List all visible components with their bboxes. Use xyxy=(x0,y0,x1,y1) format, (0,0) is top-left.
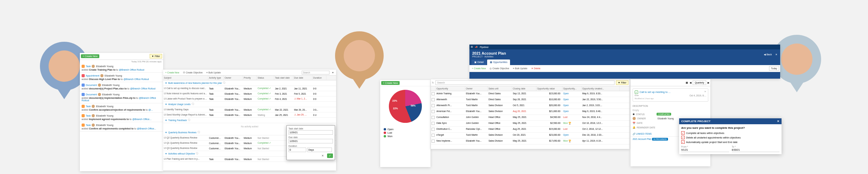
cancel-button[interactable]: ✕ xyxy=(320,153,326,158)
filter-button[interactable]: ▼Filter xyxy=(150,54,162,58)
checkbox[interactable] xyxy=(432,116,435,119)
col-opp-value[interactable]: Opportunity value xyxy=(536,86,562,91)
col-task-start[interactable]: Task start date xyxy=(274,76,293,80)
avatar-icon xyxy=(92,105,95,108)
table-row[interactable]: Distribution C...Radoslav Cipl...Head Of… xyxy=(431,127,629,133)
avatar-icon xyxy=(98,84,101,87)
task-icon xyxy=(82,124,85,127)
create-new-button[interactable]: + Create New xyxy=(470,66,487,70)
avatar xyxy=(335,31,384,80)
feed-item[interactable]: AppointmentElizabeth Young added Discuss… xyxy=(80,73,163,82)
col-activity-type[interactable]: Activity type xyxy=(208,76,224,80)
task-icon xyxy=(82,114,85,117)
checkbox[interactable] xyxy=(432,98,435,101)
today-button[interactable]: Today xyxy=(769,66,779,71)
feed-item[interactable]: TaskElizabeth Young added Confirm accept… xyxy=(80,103,163,113)
back-button[interactable]: ◀ Back xyxy=(764,53,772,56)
to-date-input[interactable]: 8/30/21 xyxy=(732,148,780,152)
close-icon[interactable]: ✕ xyxy=(777,120,779,123)
activity-card[interactable]: ⚑ ✓ Call to set up meeting to ... Due: O… xyxy=(633,88,708,102)
pie-chart: 22% 22% 56% xyxy=(389,90,422,123)
refresh-icon[interactable]: ↻ xyxy=(432,81,434,84)
col-due-date[interactable]: Due date xyxy=(293,76,312,80)
col-priority[interactable]: Priority xyxy=(243,76,257,80)
dialog-option[interactable]: ✓Automatically update project Start and … xyxy=(681,140,779,144)
table-row[interactable]: Altenwerth Pr...Todd MartinSales Divisio… xyxy=(431,103,629,109)
section-header[interactable]: ▼Training Feedback ⓘ xyxy=(163,118,336,123)
document-icon xyxy=(82,84,85,87)
ok-button[interactable]: ✓ xyxy=(327,153,333,158)
nav-prev-icon[interactable]: ◀ xyxy=(690,81,691,84)
feed-item[interactable]: DocumentElizabeth Young added document(s… xyxy=(80,82,163,92)
create-new-button[interactable]: +Create New xyxy=(381,81,400,85)
feed-item[interactable]: DocumentElizabeth Young added document(s… xyxy=(80,92,163,103)
checkbox[interactable] xyxy=(432,140,435,143)
checkbox[interactable] xyxy=(432,104,435,107)
duration-unit[interactable]: Days xyxy=(307,148,332,152)
table-row[interactable]: ☑ Call to set up meeting to discuss road… xyxy=(163,86,336,91)
breadcrumb: PROJECT · Activities xyxy=(472,55,506,58)
search-input[interactable]: Search xyxy=(302,71,329,74)
dialog-option[interactable]: ✓Delete all unstarted appointments withi… xyxy=(681,136,779,139)
create-objective-button[interactable]: ◎ Create Objective xyxy=(488,66,510,71)
opportunity-table-panel: ↻ Search ▼ Filter Opportunity Owner Sale… xyxy=(431,79,629,149)
checkbox[interactable] xyxy=(432,122,435,125)
table-row[interactable]: New Impleme...Elizabeth You...Sales Divi… xyxy=(431,139,629,144)
close-icon[interactable]: ✕ xyxy=(775,53,777,56)
tab-opportunities[interactable]: ▦ Opportunities xyxy=(487,60,510,65)
section-header[interactable]: ▼Build awareness of new features planned… xyxy=(163,80,336,86)
col-owner[interactable]: Owner xyxy=(224,76,243,80)
due-date-input[interactable]: 1/29/21 xyxy=(289,139,333,143)
table-row[interactable]: eTargetTodd MartinSales Division Oct 20,… xyxy=(431,133,629,139)
feed-item[interactable]: TaskElizabeth Young added Create Trainin… xyxy=(80,63,163,73)
delete-button[interactable]: ✕ Delete xyxy=(530,66,542,71)
crm-header: ⊞📣Pipeliner 2021 Account Plan PROJECT · … xyxy=(469,45,780,79)
from-date-input[interactable]: 9/1/21 xyxy=(681,148,729,152)
col-closing-date[interactable]: Closing date xyxy=(512,86,536,91)
feed-item[interactable]: TaskElizabeth Young added Confirm all re… xyxy=(80,122,163,132)
col-opp-created[interactable]: Opportunity created... xyxy=(582,86,620,91)
section-header[interactable]: ▼Analyse Usage Levels ⓘ xyxy=(163,102,336,107)
table-row[interactable]: ☑ Send Monthly Usage Report to Admini...… xyxy=(163,112,336,118)
bulk-update-button[interactable]: ≡ Bulk Update xyxy=(512,66,529,70)
create-new-button[interactable]: + Create New xyxy=(164,71,181,74)
col-owner[interactable]: Owner xyxy=(465,86,488,91)
col-status[interactable]: Status xyxy=(257,76,274,80)
feed-item[interactable]: TaskElizabeth Young added Implement agre… xyxy=(80,113,163,122)
checkbox[interactable] xyxy=(432,134,435,137)
checkbox[interactable] xyxy=(432,128,435,131)
quarterly-button[interactable]: Quarterly xyxy=(693,80,706,85)
task-icon xyxy=(82,65,85,68)
view-icon[interactable]: ▦ xyxy=(686,81,688,84)
create-objective-button[interactable]: ◎ Create Objective xyxy=(182,70,204,74)
dialog-option[interactable]: ✓Complete all tasks within objectives xyxy=(681,131,779,135)
col-subject[interactable]: Subject xyxy=(163,76,208,80)
nav-next-icon[interactable]: ▶ xyxy=(708,81,709,84)
create-new-button[interactable]: +Create New xyxy=(81,54,99,58)
col-opportunity[interactable]: Opportunity xyxy=(436,86,465,91)
table-row[interactable]: Data SyncJohn GoldenHead Office May 25, … xyxy=(431,121,629,127)
col-opp-status[interactable]: Opportunity... xyxy=(562,86,582,91)
pie-chart-panel: +Create New 22% 22% 56% Open Lost Won xyxy=(380,80,431,167)
table-row[interactable]: ☑ Identify Training GapsTaskElizabeth Yo… xyxy=(163,107,336,112)
col-sales-unit[interactable]: Sales unit xyxy=(488,86,512,91)
activity-feed-panel: +Create New ▼Filter Today 3:31 PM (31 mi… xyxy=(80,53,163,171)
checkbox[interactable] xyxy=(432,92,435,95)
table-row[interactable]: American Fid...Elizabeth You...Sales Div… xyxy=(431,109,629,115)
duration-input[interactable]: 0 xyxy=(289,148,306,152)
checkbox[interactable] xyxy=(432,110,435,113)
table-row[interactable]: AltenwerthTodd MartinDirect Sales Sep 28… xyxy=(431,97,629,103)
search-input[interactable]: Search xyxy=(435,80,615,85)
table-row[interactable]: Admin TrainingElizabeth You...Direct Sal… xyxy=(431,91,629,97)
table-row[interactable]: ConsultationJohn GoldenHead Office May 2… xyxy=(431,115,629,121)
task-start-input[interactable]: 1/29/21 xyxy=(289,130,333,135)
filter-button[interactable]: ▼ Filter xyxy=(616,80,628,85)
filter-button[interactable]: ▼ xyxy=(331,71,335,74)
table-row[interactable]: ☑ Note interest in specific features and… xyxy=(163,91,336,96)
checkbox[interactable]: ✓ xyxy=(635,90,638,94)
tab-detail[interactable]: ▣ Detail xyxy=(471,60,486,65)
page-title: 2021 Account Plan xyxy=(472,51,506,55)
table-row[interactable]: ☑ Liaise with Product Team to prepare a … xyxy=(163,96,336,102)
col-duration[interactable]: Duration xyxy=(312,76,326,80)
bulk-update-button[interactable]: ≡ Bulk Update xyxy=(205,71,222,74)
